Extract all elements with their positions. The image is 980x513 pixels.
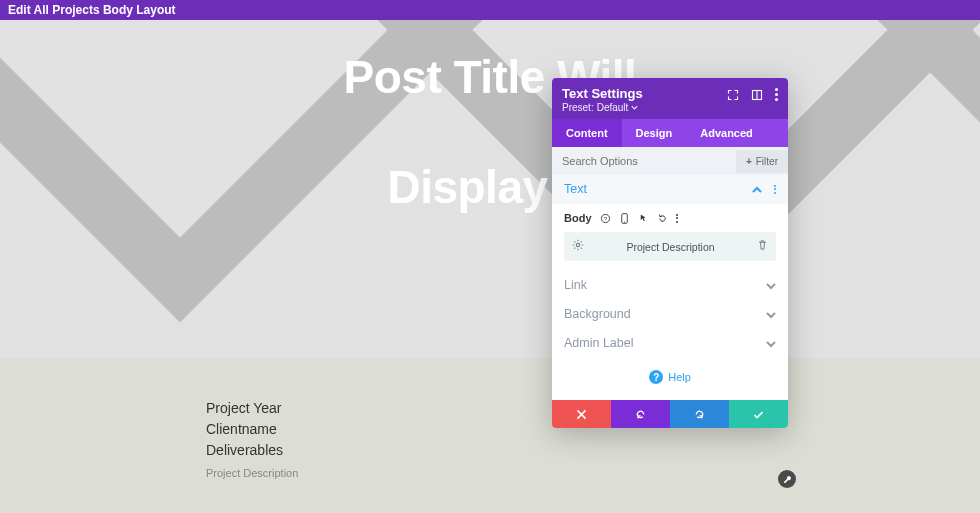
svg-point-7 [576, 243, 579, 246]
section-text: Text [552, 175, 788, 204]
body-controls: Body ? [552, 204, 788, 230]
body-more-icon[interactable] [676, 214, 678, 223]
tablet-icon[interactable] [619, 213, 630, 224]
trash-icon[interactable] [757, 239, 768, 254]
more-icon[interactable] [775, 88, 778, 101]
chevron-down-icon [766, 309, 776, 319]
help-icon[interactable]: ? [600, 213, 611, 224]
settings-tabs: Content Design Advanced [552, 119, 788, 147]
section-text-header[interactable]: Text [564, 182, 776, 196]
meta-year: Project Year [206, 398, 298, 419]
redo-button[interactable] [670, 400, 729, 428]
reset-icon[interactable] [657, 213, 668, 224]
chevron-down-icon [631, 104, 638, 111]
search-bar: + Filter [552, 147, 788, 175]
meta-client: Clientname [206, 419, 298, 440]
chevron-down-icon [766, 338, 776, 348]
undo-button[interactable] [611, 400, 670, 428]
search-input[interactable] [552, 147, 736, 175]
svg-point-6 [623, 221, 624, 222]
section-background: Background [552, 300, 788, 329]
filter-button[interactable]: + Filter [736, 150, 788, 173]
floating-settings-button[interactable] [778, 470, 796, 488]
hover-icon[interactable] [638, 213, 649, 224]
expand-icon[interactable] [727, 89, 739, 101]
settings-panel-title: Text Settings [562, 86, 643, 101]
section-more-icon[interactable] [774, 185, 776, 194]
dynamic-content-field[interactable]: Project Description [564, 232, 776, 261]
tab-content[interactable]: Content [552, 119, 622, 147]
section-admin-label-header[interactable]: Admin Label [564, 336, 776, 350]
section-admin-label: Admin Label [552, 329, 788, 358]
section-link: Link [552, 271, 788, 300]
body-label: Body [564, 212, 592, 224]
project-meta: Project Year Clientname Deliverables Pro… [206, 398, 298, 482]
top-toolbar: Edit All Projects Body Layout [0, 0, 980, 20]
help-link[interactable]: ? Help [552, 358, 788, 400]
settings-panel[interactable]: Text Settings Preset: Default Content De… [552, 78, 788, 428]
field-value: Project Description [626, 241, 714, 253]
tab-design[interactable]: Design [622, 119, 687, 147]
cancel-button[interactable] [552, 400, 611, 428]
section-background-header[interactable]: Background [564, 307, 776, 321]
chevron-up-icon [752, 184, 762, 194]
tab-advanced[interactable]: Advanced [686, 119, 767, 147]
settings-panel-header[interactable]: Text Settings Preset: Default [552, 78, 788, 119]
svg-text:?: ? [603, 215, 606, 221]
meta-deliverables: Deliverables [206, 440, 298, 461]
gear-icon[interactable] [572, 239, 584, 254]
snap-icon[interactable] [751, 89, 763, 101]
meta-description: Project Description [206, 465, 298, 482]
hero-area: Post Title Will Display H [0, 20, 980, 358]
preset-selector[interactable]: Preset: Default [562, 102, 643, 113]
page-title: Edit All Projects Body Layout [8, 3, 176, 17]
help-badge-icon: ? [649, 370, 663, 384]
settings-panel-footer [552, 400, 788, 428]
save-button[interactable] [729, 400, 788, 428]
wrench-icon [783, 475, 792, 484]
section-link-header[interactable]: Link [564, 278, 776, 292]
chevron-down-icon [766, 280, 776, 290]
